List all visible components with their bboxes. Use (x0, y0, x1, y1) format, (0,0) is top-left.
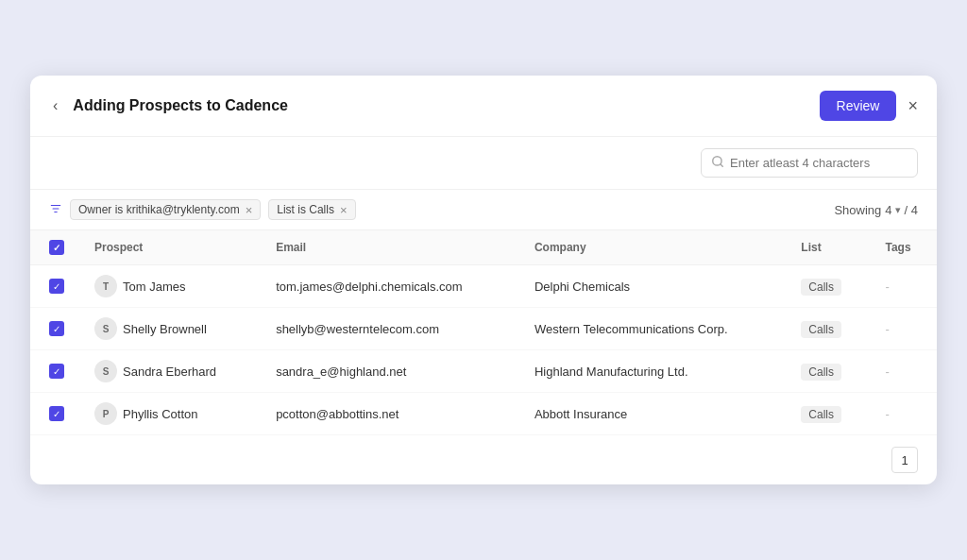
search-input[interactable] (730, 156, 908, 170)
row-list: Calls (786, 350, 870, 393)
check-icon: ✓ (53, 366, 60, 377)
list-badge: Calls (801, 406, 841, 423)
col-list: List (786, 230, 870, 265)
row-checkbox[interactable]: ✓ (49, 321, 64, 336)
prospect-name: Phyllis Cotton (123, 407, 197, 421)
row-tags: - (870, 308, 937, 350)
row-checkbox[interactable]: ✓ (49, 364, 64, 379)
row-company: Highland Manufacturing Ltd. (519, 350, 786, 393)
header-right: Review × (820, 91, 918, 121)
avatar: P (94, 402, 117, 425)
add-prospects-modal: ‹ Adding Prospects to Cadence Review × (30, 76, 937, 484)
filter-icon (49, 202, 62, 218)
owner-chip-remove[interactable]: × (246, 204, 253, 216)
row-tags: - (870, 350, 937, 393)
col-checkbox: ✓ (30, 230, 79, 265)
prospect-cell: S Sandra Eberhard (94, 360, 246, 382)
close-button[interactable]: × (908, 97, 918, 114)
list-chip: List is Calls × (268, 199, 355, 220)
showing-info: Showing 4 ▾ / 4 (834, 203, 918, 217)
table-header: ✓ Prospect Email Company List Tags (30, 230, 937, 265)
row-company: Delphi Chemicals (519, 265, 786, 308)
row-checkbox-cell: ✓ (30, 393, 79, 435)
owner-chip-label: Owner is krithika@tryklenty.com (78, 203, 240, 216)
row-prospect: P Phyllis Cotton (79, 393, 261, 435)
chevron-down-icon[interactable]: ▾ (895, 204, 901, 216)
list-chip-remove[interactable]: × (340, 204, 348, 216)
table-row: ✓ S Shelly Brownell shellyb@westerntelec… (30, 308, 937, 350)
row-checkbox-cell: ✓ (30, 308, 79, 350)
select-all-checkbox[interactable]: ✓ (49, 240, 64, 255)
row-checkbox[interactable]: ✓ (49, 406, 64, 421)
prospect-name: Sandra Eberhard (123, 365, 216, 379)
check-icon: ✓ (53, 281, 60, 292)
table-body: ✓ T Tom James tom.james@delphi.chemicals… (30, 265, 937, 435)
prospect-cell: S Shelly Brownell (94, 317, 246, 340)
count-value: 4 (885, 203, 891, 217)
row-prospect: S Sandra Eberhard (79, 350, 261, 393)
table-row: ✓ T Tom James tom.james@delphi.chemicals… (30, 265, 937, 308)
showing-label: Showing (834, 203, 881, 217)
filters-row: Owner is krithika@tryklenty.com × List i… (30, 190, 937, 230)
back-button[interactable]: ‹ (49, 93, 61, 118)
row-checkbox[interactable]: ✓ (49, 279, 64, 294)
header-left: ‹ Adding Prospects to Cadence (49, 93, 288, 118)
modal-header: ‹ Adding Prospects to Cadence Review × (30, 76, 937, 137)
row-email: pcotton@abbottins.net (261, 393, 519, 435)
row-checkbox-cell: ✓ (30, 265, 79, 308)
row-tags: - (870, 393, 937, 435)
list-badge: Calls (801, 364, 841, 381)
row-tags: - (870, 265, 937, 308)
list-chip-label: List is Calls (277, 203, 334, 216)
search-box (701, 148, 918, 178)
pagination: 1 (30, 435, 937, 484)
owner-chip: Owner is krithika@tryklenty.com × (70, 199, 261, 220)
prospects-table: ✓ Prospect Email Company List Tags ✓ T T (30, 230, 937, 435)
row-list: Calls (786, 265, 870, 308)
row-prospect: S Shelly Brownell (79, 308, 261, 350)
page-1-button[interactable]: 1 (891, 447, 918, 473)
search-toolbar (30, 137, 937, 190)
table-row: ✓ P Phyllis Cotton pcotton@abbottins.net… (30, 393, 937, 435)
row-email: sandra_e@highland.net (261, 350, 519, 393)
check-icon: ✓ (53, 409, 60, 419)
modal-title: Adding Prospects to Cadence (73, 97, 288, 114)
row-checkbox-cell: ✓ (30, 350, 79, 393)
showing-count: 4 ▾ (885, 203, 900, 217)
avatar: T (94, 275, 117, 297)
prospect-cell: T Tom James (94, 275, 246, 297)
list-badge: Calls (801, 321, 841, 338)
search-icon (711, 155, 724, 171)
col-tags: Tags (870, 230, 937, 265)
table-row: ✓ S Sandra Eberhard sandra_e@highland.ne… (30, 350, 937, 393)
row-list: Calls (786, 308, 870, 350)
filters-left: Owner is krithika@tryklenty.com × List i… (49, 199, 356, 220)
col-email: Email (261, 230, 519, 265)
row-company: Abbott Insurance (519, 393, 786, 435)
list-badge: Calls (801, 279, 841, 296)
check-icon: ✓ (53, 243, 60, 253)
svg-line-1 (721, 164, 723, 167)
col-prospect: Prospect (79, 230, 261, 265)
row-list: Calls (786, 393, 870, 435)
col-company: Company (519, 230, 786, 265)
avatar: S (94, 317, 117, 340)
review-button[interactable]: Review (820, 91, 897, 121)
row-company: Western Telecommunications Corp. (519, 308, 786, 350)
avatar: S (94, 360, 117, 382)
row-email: shellyb@westerntelecom.com (261, 308, 519, 350)
prospect-cell: P Phyllis Cotton (94, 402, 246, 425)
row-prospect: T Tom James (79, 265, 261, 308)
prospect-name: Tom James (123, 280, 185, 294)
check-icon: ✓ (53, 324, 60, 334)
prospect-name: Shelly Brownell (123, 322, 207, 336)
back-icon: ‹ (53, 97, 58, 114)
total-count: / 4 (905, 203, 918, 217)
row-email: tom.james@delphi.chemicals.com (261, 265, 519, 308)
